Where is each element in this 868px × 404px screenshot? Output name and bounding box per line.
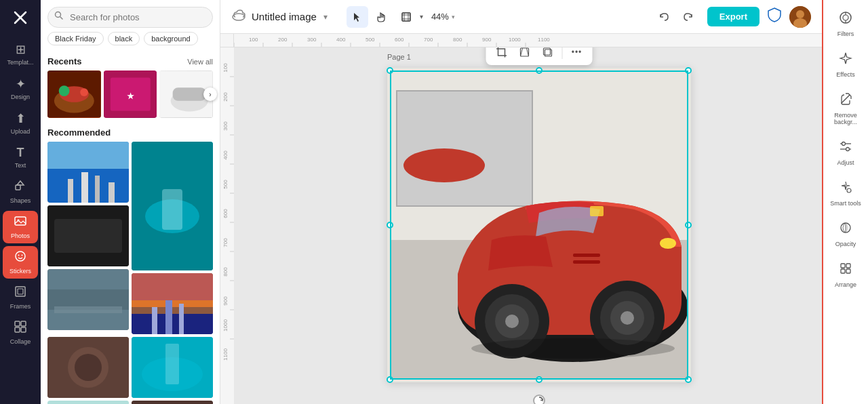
sidebar-item-frames[interactable]: Frames (3, 281, 38, 314)
rec-thumb-7[interactable] (132, 337, 213, 398)
tag-black[interactable]: black (108, 32, 140, 45)
rec-thumb-3[interactable] (47, 269, 129, 330)
recent-thumb-2[interactable]: ★ (104, 70, 157, 118)
rec-thumb-4[interactable] (132, 142, 213, 270)
svg-text:900: 900 (482, 37, 492, 43)
recent-thumb-1[interactable] (47, 70, 101, 118)
redo-button[interactable] (677, 6, 699, 28)
rec-thumb-1[interactable] (47, 142, 129, 203)
templates-icon: ⊞ (16, 42, 26, 57)
svg-rect-31 (81, 172, 88, 203)
right-tool-smart-tools[interactable]: Smart tools (826, 175, 865, 213)
rec-thumb-9[interactable] (132, 401, 213, 404)
left-nav: ⊞ Templat... ✦ Design ⬆ Upload T Text Sh… (0, 0, 41, 404)
smart-tools-label: Smart tools (830, 200, 861, 207)
app-logo[interactable] (8, 5, 33, 30)
more-options-button[interactable]: ••• (567, 47, 587, 62)
svg-text:1100: 1100 (222, 348, 229, 361)
handle-middle-right[interactable] (685, 222, 692, 228)
sidebar-item-photos[interactable]: Photos (3, 211, 38, 243)
rec-thumb-5[interactable] (132, 273, 213, 334)
recents-section-header: Recents View all (47, 56, 213, 66)
sidebar-item-design[interactable]: ✦ Design (3, 73, 38, 104)
svg-point-20 (59, 85, 70, 96)
tag-black-friday[interactable]: Black Friday (47, 32, 104, 45)
remove-bg-icon (839, 92, 852, 109)
toolbar-divider (562, 47, 563, 59)
shapes-icon (14, 180, 26, 195)
view-all-button[interactable]: View all (187, 58, 213, 66)
page-label: Page 1 (387, 53, 411, 61)
handle-bottom-right[interactable] (685, 376, 692, 383)
right-tool-remove-bg[interactable]: Remove backgr... (826, 87, 865, 132)
zoom-caret-icon: ▾ (452, 14, 455, 20)
right-tool-adjust[interactable]: Adjust (826, 134, 865, 172)
rec-thumb-2[interactable] (47, 205, 129, 266)
svg-rect-53 (165, 344, 179, 384)
handle-bottom-left[interactable] (387, 376, 393, 383)
svg-text:700: 700 (424, 37, 433, 43)
handle-top-left[interactable] (387, 67, 393, 74)
doc-title[interactable]: Untitled image (252, 11, 317, 22)
selected-image-container[interactable] (390, 70, 688, 380)
undo-button[interactable] (653, 6, 675, 28)
user-avatar[interactable] (789, 6, 811, 28)
right-tool-filters[interactable]: Filters (826, 5, 865, 43)
rec-thumb-6[interactable] (47, 337, 129, 398)
svg-rect-4 (15, 217, 26, 225)
right-tool-arrange[interactable]: Arrange (826, 256, 865, 294)
sidebar-item-text[interactable]: T Text (3, 142, 38, 173)
handle-bottom-middle[interactable] (536, 376, 542, 383)
panel-scroll: Recents View all ★ › Recommended (41, 51, 220, 404)
svg-point-128 (660, 238, 676, 249)
canvas-scroll[interactable]: Page 1 (234, 47, 822, 404)
handle-middle-left[interactable] (387, 222, 393, 228)
crop-button[interactable] (492, 47, 512, 62)
recents-next-arrow[interactable]: › (203, 87, 217, 101)
adjust-icon (839, 140, 852, 157)
opacity-icon (839, 221, 852, 238)
frames-icon (14, 285, 26, 301)
svg-text:100: 100 (249, 37, 258, 43)
right-panel: Filters Effects Remove backgr... Adjust … (822, 0, 868, 404)
recents-title: Recents (47, 56, 82, 66)
tag-background[interactable]: background (144, 32, 198, 45)
svg-text:800: 800 (222, 267, 229, 277)
sidebar-item-shapes[interactable]: Shapes (3, 176, 38, 208)
copy-style-button[interactable] (538, 47, 558, 62)
sidebar-item-stickers[interactable]: Stickers (3, 246, 38, 279)
perspective-button[interactable] (515, 47, 535, 62)
svg-rect-144 (846, 264, 850, 268)
sidebar-item-collage[interactable]: Collage (3, 317, 38, 349)
svg-rect-27 (173, 87, 206, 101)
recommended-grid (47, 142, 213, 334)
select-tool-button[interactable] (347, 6, 368, 28)
page-wrapper: Page 1 (387, 68, 691, 382)
svg-rect-9 (16, 287, 25, 296)
shield-icon[interactable] (768, 7, 781, 26)
frame-tool-caret[interactable]: ▾ (420, 13, 423, 20)
sidebar-item-upload[interactable]: ⬆ Upload (3, 107, 38, 139)
frame-tool-button[interactable] (395, 6, 417, 28)
recommended-title: Recommended (47, 127, 111, 138)
zoom-control[interactable]: 44% ▾ (426, 9, 460, 24)
stickers-icon (14, 250, 26, 266)
search-container (41, 0, 220, 32)
svg-point-140 (846, 148, 850, 151)
search-input[interactable] (47, 7, 213, 28)
sidebar-item-templates[interactable]: ⊞ Templat... (3, 38, 38, 70)
export-button[interactable]: Export (707, 7, 760, 26)
right-tool-opacity[interactable]: Opacity (826, 216, 865, 254)
right-tool-effects[interactable]: Effects (826, 46, 865, 84)
photos-panel: Black Friday black background Recents Vi… (41, 0, 220, 404)
handle-top-middle[interactable] (536, 67, 542, 74)
recommended-grid-3 (47, 401, 213, 404)
handle-rotate[interactable] (533, 395, 545, 404)
hand-tool-button[interactable] (371, 6, 393, 28)
handle-top-right[interactable] (685, 67, 692, 74)
title-dropdown-icon[interactable]: ▾ (323, 12, 328, 22)
rec-thumb-8[interactable] (47, 401, 129, 404)
svg-text:700: 700 (222, 238, 229, 247)
svg-rect-59 (402, 13, 410, 21)
svg-point-141 (847, 188, 851, 193)
